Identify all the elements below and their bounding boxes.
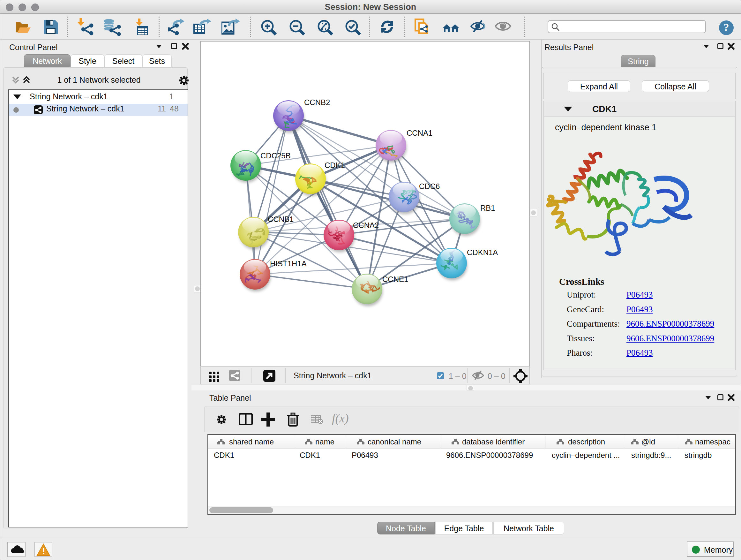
svg-text:RB1: RB1 xyxy=(480,204,495,212)
svg-text:CCNB2: CCNB2 xyxy=(304,98,330,107)
svg-text:HIST1H1A: HIST1H1A xyxy=(270,259,307,268)
svg-text:CDC25B: CDC25B xyxy=(260,151,291,160)
svg-text:CDC6: CDC6 xyxy=(419,182,440,191)
svg-text:CCNE1: CCNE1 xyxy=(382,275,408,284)
svg-text:CDK1: CDK1 xyxy=(325,161,345,170)
svg-text:CDKN1A: CDKN1A xyxy=(467,248,498,257)
svg-text:CCNA1: CCNA1 xyxy=(407,129,432,137)
svg-text:CCNB1: CCNB1 xyxy=(268,215,293,224)
svg-text:CCNA2: CCNA2 xyxy=(353,221,379,230)
